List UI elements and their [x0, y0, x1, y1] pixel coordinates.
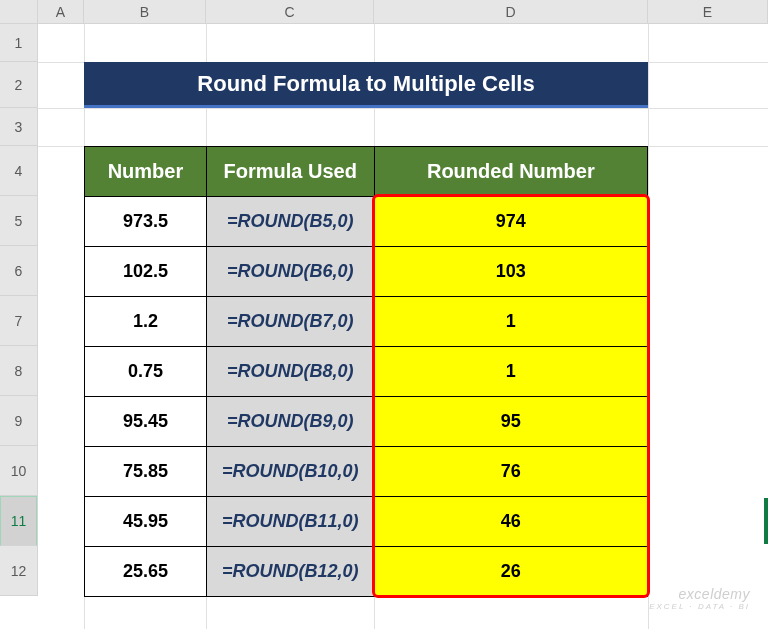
row-header-7[interactable]: 7 — [0, 296, 37, 346]
cell-number[interactable]: 95.45 — [85, 397, 207, 447]
cell-formula[interactable]: =ROUND(B10,0) — [206, 447, 374, 497]
header-formula[interactable]: Formula Used — [206, 147, 374, 197]
title-text: Round Formula to Multiple Cells — [197, 71, 534, 97]
column-headers: A B C D E — [0, 0, 768, 24]
cell-number[interactable]: 1.2 — [85, 297, 207, 347]
table-row: 95.45=ROUND(B9,0)95 — [85, 397, 648, 447]
header-number[interactable]: Number — [85, 147, 207, 197]
cell-number[interactable]: 75.85 — [85, 447, 207, 497]
row-header-12[interactable]: 12 — [0, 546, 37, 596]
cell-rounded[interactable]: 95 — [374, 397, 647, 447]
watermark-brand: exceldemy — [679, 586, 750, 602]
selection-marker — [764, 498, 768, 544]
header-rounded[interactable]: Rounded Number — [374, 147, 647, 197]
cell-formula[interactable]: =ROUND(B12,0) — [206, 547, 374, 597]
cell-rounded[interactable]: 103 — [374, 247, 647, 297]
table-row: 1.2=ROUND(B7,0)1 — [85, 297, 648, 347]
cell-formula[interactable]: =ROUND(B7,0) — [206, 297, 374, 347]
cell-formula[interactable]: =ROUND(B11,0) — [206, 497, 374, 547]
cell-formula[interactable]: =ROUND(B6,0) — [206, 247, 374, 297]
watermark: exceldemy EXCEL · DATA · BI — [649, 586, 750, 611]
table-row: 45.95=ROUND(B11,0)46 — [85, 497, 648, 547]
row-header-3[interactable]: 3 — [0, 108, 37, 146]
table-row: 973.5=ROUND(B5,0)974 — [85, 197, 648, 247]
row-header-1[interactable]: 1 — [0, 24, 37, 62]
spreadsheet: A B C D E 1 2 3 4 5 6 7 8 9 10 11 12 Rou — [0, 0, 768, 629]
cell-number[interactable]: 25.65 — [85, 547, 207, 597]
table-header-row: Number Formula Used Rounded Number — [85, 147, 648, 197]
cell-rounded[interactable]: 1 — [374, 297, 647, 347]
row-headers: 1 2 3 4 5 6 7 8 9 10 11 12 — [0, 24, 38, 596]
row-header-5[interactable]: 5 — [0, 196, 37, 246]
cell-rounded[interactable]: 1 — [374, 347, 647, 397]
cell-rounded[interactable]: 46 — [374, 497, 647, 547]
cell-number[interactable]: 102.5 — [85, 247, 207, 297]
row-header-4[interactable]: 4 — [0, 146, 37, 196]
grid-area[interactable]: Round Formula to Multiple Cells Number F… — [38, 24, 768, 629]
cell-number[interactable]: 0.75 — [85, 347, 207, 397]
col-header-c[interactable]: C — [206, 0, 374, 23]
cell-rounded[interactable]: 26 — [374, 547, 647, 597]
row-header-9[interactable]: 9 — [0, 396, 37, 446]
cell-formula[interactable]: =ROUND(B9,0) — [206, 397, 374, 447]
table-row: 102.5=ROUND(B6,0)103 — [85, 247, 648, 297]
cell-number[interactable]: 973.5 — [85, 197, 207, 247]
watermark-tag: EXCEL · DATA · BI — [649, 602, 750, 611]
row-header-2[interactable]: 2 — [0, 62, 37, 108]
row-header-11[interactable]: 11 — [0, 496, 37, 546]
cell-rounded[interactable]: 76 — [374, 447, 647, 497]
cell-number[interactable]: 45.95 — [85, 497, 207, 547]
table-row: 0.75=ROUND(B8,0)1 — [85, 347, 648, 397]
cell-rounded[interactable]: 974 — [374, 197, 647, 247]
cell-formula[interactable]: =ROUND(B5,0) — [206, 197, 374, 247]
select-all-corner[interactable] — [0, 0, 38, 23]
data-table: Number Formula Used Rounded Number 973.5… — [84, 146, 648, 597]
col-header-e[interactable]: E — [648, 0, 768, 23]
col-header-d[interactable]: D — [374, 0, 648, 23]
row-header-6[interactable]: 6 — [0, 246, 37, 296]
col-header-a[interactable]: A — [38, 0, 84, 23]
title-cell[interactable]: Round Formula to Multiple Cells — [84, 62, 648, 108]
cell-formula[interactable]: =ROUND(B8,0) — [206, 347, 374, 397]
row-header-10[interactable]: 10 — [0, 446, 37, 496]
table-row: 75.85=ROUND(B10,0)76 — [85, 447, 648, 497]
col-header-b[interactable]: B — [84, 0, 206, 23]
row-header-8[interactable]: 8 — [0, 346, 37, 396]
table-row: 25.65=ROUND(B12,0)26 — [85, 547, 648, 597]
